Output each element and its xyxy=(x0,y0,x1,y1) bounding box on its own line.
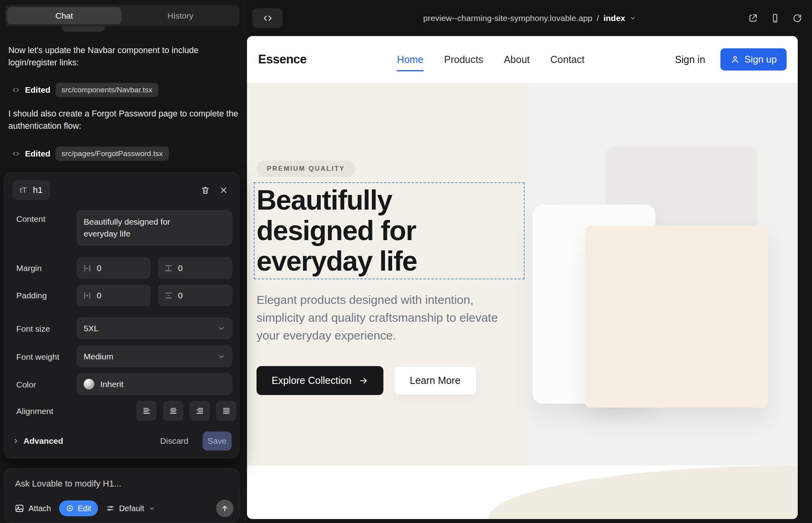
edited-file-row: Edited src/components/Navbar.tsx xyxy=(12,81,158,99)
file-chip[interactable]: src/components/Navbar.tsx xyxy=(56,83,158,97)
hero-heading[interactable]: Beautifully designed for everyday life xyxy=(257,185,417,277)
chat-sidebar: Chat History Now let's update the Navbar… xyxy=(0,0,247,523)
spacing-vertical-icon xyxy=(164,264,173,273)
url-page: index xyxy=(603,13,625,23)
margin-vertical-input[interactable]: 0 xyxy=(158,257,232,279)
toolbar-actions xyxy=(748,0,802,36)
preview-toolbar: preview--charming-site-symphony.lovable.… xyxy=(247,0,812,36)
explore-collection-button[interactable]: Explore Collection xyxy=(257,366,383,395)
url-separator: / xyxy=(597,13,599,23)
chevron-down-icon xyxy=(149,505,155,512)
image-attach-icon xyxy=(15,504,24,513)
refresh-icon[interactable] xyxy=(792,13,802,23)
edit-action-label: Edited xyxy=(25,85,50,95)
nav-links: Home Products About Contact xyxy=(397,54,584,65)
save-button[interactable]: Save xyxy=(203,431,232,450)
user-icon xyxy=(730,55,740,64)
hero-section: PREMIUM QUALITY Beautifully designed for… xyxy=(247,83,798,519)
lovable-app: Chat History Now let's update the Navbar… xyxy=(0,0,812,523)
delete-element-button[interactable] xyxy=(196,181,214,199)
chevron-down-icon xyxy=(217,353,225,361)
align-left-button[interactable] xyxy=(136,401,157,421)
target-icon xyxy=(66,504,74,512)
quality-badge: PREMIUM QUALITY xyxy=(257,160,355,177)
arrow-right-icon xyxy=(359,376,368,386)
alignment-buttons xyxy=(136,401,236,421)
sliders-icon xyxy=(106,504,115,513)
spacing-vertical-icon xyxy=(164,291,173,300)
font-weight-label: Font weight xyxy=(16,352,59,362)
editor-panel-footer: Advanced Discard Save xyxy=(12,431,232,451)
nav-link-contact[interactable]: Contact xyxy=(550,54,584,65)
element-tag-pill[interactable]: tT h1 xyxy=(12,180,50,200)
sign-up-button[interactable]: Sign up xyxy=(720,48,787,71)
color-select[interactable]: Inherit xyxy=(77,373,232,395)
attach-button[interactable]: Attach xyxy=(11,504,55,513)
font-size-select[interactable]: 5XL xyxy=(77,317,232,339)
editor-panel-header: tT h1 xyxy=(12,180,233,200)
padding-label: Padding xyxy=(16,291,47,300)
spacing-horizontal-icon xyxy=(83,291,92,300)
font-size-label: Font size xyxy=(16,324,50,334)
margin-horizontal-input[interactable]: 0 xyxy=(77,257,151,279)
color-swatch-icon xyxy=(84,379,94,389)
typography-icon: tT xyxy=(20,186,27,195)
arrow-up-icon xyxy=(220,504,229,513)
site-navbar: Essence Home Products About Contact Sign… xyxy=(247,36,798,83)
preview-url[interactable]: preview--charming-site-symphony.lovable.… xyxy=(247,0,812,36)
chevron-down-icon xyxy=(630,15,636,21)
file-chip[interactable]: src/pages/ForgotPassword.tsx xyxy=(56,147,169,161)
decor-card-beige xyxy=(585,226,768,408)
site-logo[interactable]: Essence xyxy=(258,52,306,67)
alignment-label: Alignment xyxy=(16,407,53,416)
content-input[interactable]: Beautifully designed for everyday life xyxy=(77,210,232,246)
send-button[interactable] xyxy=(216,500,234,517)
advanced-toggle[interactable]: Advanced xyxy=(12,436,63,446)
preview-frame: preview--charming-site-symphony.lovable.… xyxy=(247,0,812,523)
close-panel-button[interactable] xyxy=(214,181,233,199)
edit-action-label: Edited xyxy=(25,149,50,158)
align-right-button[interactable] xyxy=(190,401,210,421)
element-tag-label: h1 xyxy=(33,185,42,195)
color-label: Color xyxy=(16,380,36,389)
url-host: preview--charming-site-symphony.lovable.… xyxy=(423,13,592,23)
chevron-right-icon xyxy=(12,437,19,445)
nav-link-about[interactable]: About xyxy=(504,54,530,65)
code-icon xyxy=(12,150,20,158)
composer-input[interactable] xyxy=(15,475,229,492)
content-label: Content xyxy=(16,214,46,224)
sign-in-link[interactable]: Sign in xyxy=(675,54,705,65)
tab-chat[interactable]: Chat xyxy=(7,7,121,24)
tab-history[interactable]: History xyxy=(123,7,237,24)
open-in-new-tab-icon[interactable] xyxy=(748,13,758,23)
element-editor-panel: tT h1 Content Beautifully designed for e… xyxy=(4,172,239,458)
composer-toolbar: Attach Edit Default xyxy=(11,499,234,518)
spacing-horizontal-icon xyxy=(83,264,92,273)
discard-button[interactable]: Discard xyxy=(155,432,194,450)
learn-more-button[interactable]: Learn More xyxy=(394,366,477,395)
nav-link-products[interactable]: Products xyxy=(444,54,483,65)
chat-message: Now let's update the Navbar component to… xyxy=(8,44,238,69)
auth-actions: Sign in Sign up xyxy=(675,48,787,71)
align-justify-button[interactable] xyxy=(216,401,236,421)
code-icon xyxy=(12,86,20,94)
chat-composer: Attach Edit Default xyxy=(4,468,239,523)
mobile-view-icon[interactable] xyxy=(770,13,780,23)
sidebar-tabs: Chat History xyxy=(5,5,239,26)
chevron-down-icon xyxy=(217,324,225,332)
chat-message: I should also create a Forgot Password p… xyxy=(8,108,238,132)
hero-paragraph: Elegant products designed with intention… xyxy=(257,291,512,344)
padding-vertical-input[interactable]: 0 xyxy=(158,284,232,306)
align-center-button[interactable] xyxy=(163,401,183,421)
hero-cta-row: Explore Collection Learn More xyxy=(257,366,477,395)
padding-horizontal-input[interactable]: 0 xyxy=(77,284,151,306)
site-preview: Essence Home Products About Contact Sign… xyxy=(247,36,798,519)
font-weight-select[interactable]: Medium xyxy=(77,345,232,367)
edit-mode-button[interactable]: Edit xyxy=(59,500,98,516)
nav-link-home[interactable]: Home xyxy=(397,54,423,65)
margin-label: Margin xyxy=(16,263,42,273)
model-select[interactable]: Default xyxy=(102,504,159,513)
edited-file-row: Edited src/pages/ForgotPassword.tsx xyxy=(12,145,169,162)
